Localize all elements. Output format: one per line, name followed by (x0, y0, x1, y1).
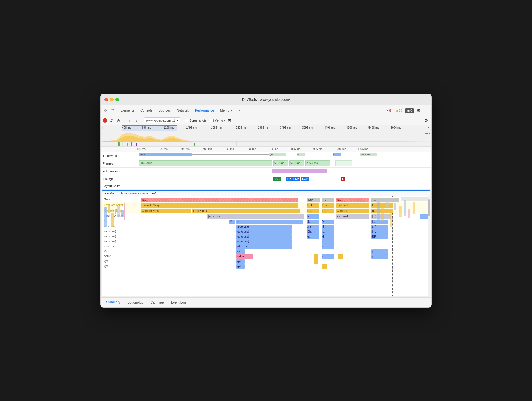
device-icon[interactable]: ⬚ (109, 108, 115, 113)
scrollbar[interactable] (428, 196, 430, 296)
tab-call-tree[interactable]: Call Tree (147, 299, 167, 306)
upload-button[interactable]: ↑ (126, 117, 132, 123)
tab-performance[interactable]: Performance (192, 107, 217, 114)
flame-header: ▾ ▾ Main — https://www.youtube.com/ (102, 191, 430, 196)
animations-label[interactable]: ▶ Animations (101, 168, 136, 175)
fc-v-3: $... (307, 220, 319, 224)
timings-label-text: Timings (103, 177, 113, 181)
lcp-cursor-2 (319, 175, 319, 183)
tab-bottom-up[interactable]: Bottom-Up (124, 299, 146, 306)
close-button[interactable] (104, 98, 108, 101)
timings-label: Timings (101, 175, 136, 183)
animation-bar (272, 169, 327, 173)
svg-rect-6 (136, 143, 137, 146)
animations-expand-icon: ▶ (103, 170, 105, 173)
svg-rect-3 (123, 142, 123, 146)
download-button[interactable]: ↓ (133, 117, 139, 123)
layout-shifts-label-text: Layout Shifts (103, 184, 120, 188)
timeline-header-2: 196 ms 296 ms 396 ms 496 ms 596 ms 696 m… (101, 147, 431, 152)
fc-ano2-2: e... (307, 234, 319, 239)
time-label-1196: 1196 ms (164, 126, 174, 129)
devtools-window: DevTools - www.youtube.com/ ⊹ ⬚ Elements… (100, 94, 432, 308)
network-bar-2: gui... (269, 153, 286, 156)
row-label-task: Task (102, 197, 138, 202)
time-label-2996: 2996 ms (258, 126, 268, 129)
warning-icon: ⚠ (396, 109, 398, 112)
tab-more[interactable]: » (235, 107, 243, 114)
flame-content[interactable]: Task Task Task T... Task T... Evaluate S… (102, 196, 430, 296)
time-label-2496: 2496 ms (236, 126, 246, 129)
toolbar-divider-2 (142, 118, 142, 123)
settings-icon-button[interactable]: ⚙ (423, 117, 429, 123)
t2-label-696: 696 ms (247, 147, 256, 151)
toolbar-divider-1 (124, 118, 124, 123)
fc-val-1: value (236, 254, 253, 259)
title-bar: DevTools - www.youtube.com/ (101, 94, 431, 105)
svg-rect-5 (131, 142, 132, 146)
record-button[interactable] (103, 118, 107, 123)
error-badge: ✕ 8 (385, 108, 392, 113)
fc-v-2: v (236, 220, 303, 224)
fc-task-4: Task (336, 198, 369, 202)
memory-checkbox-label[interactable]: Memory (210, 119, 226, 122)
window-title: DevTools - www.youtube.com/ (242, 97, 290, 102)
fc-ano3-2: f... (322, 239, 334, 244)
cpu-label: CPU (425, 126, 430, 129)
tab-memory[interactable]: Memory (217, 107, 235, 114)
time-label-5496: 5496 ms (368, 126, 379, 129)
memory-icon-button[interactable]: ⊟ (227, 117, 233, 123)
frame-bar-1: 450.0 ms (139, 160, 272, 166)
ls-cursor-2 (319, 183, 319, 189)
flame-expand-icon: ▾ (104, 192, 106, 195)
fc-comp-2: (anonymous) (192, 209, 300, 213)
timings-track: Timings DCL FP FCP LCP L (101, 175, 431, 183)
time-label-996: 996 ms (142, 126, 151, 129)
fc-comp-1: Compile Script (141, 209, 191, 213)
network-label[interactable]: ▶ Network (101, 152, 136, 160)
url-selector[interactable]: www.youtube.com #1 ▼ (144, 117, 180, 123)
tab-console[interactable]: Console (138, 107, 155, 114)
tab-elements[interactable]: Elements (118, 107, 137, 114)
tab-network[interactable]: Network (174, 107, 192, 114)
fc-ano3-1: (ano...us) (236, 239, 292, 244)
fc-ano2-1: (ano...us) (236, 234, 292, 239)
tab-event-log[interactable]: Event Log (168, 299, 189, 306)
scrollbar-thumb[interactable] (428, 199, 430, 216)
fc-ade-3: S (322, 225, 334, 229)
error-icon: ✕ (386, 109, 389, 112)
inspect-icon[interactable]: ⊹ (103, 108, 108, 113)
time-label-496: 496 ms (122, 126, 131, 129)
clear-button[interactable]: ⊘ (115, 117, 122, 123)
screenshots-checkbox-label[interactable]: Screenshots (185, 119, 206, 122)
settings-button[interactable]: ⚙ (415, 107, 422, 114)
fc-task-1: Task (141, 198, 298, 202)
reload-profile-button[interactable]: ↺ (108, 117, 114, 123)
fc-v-1: V (229, 220, 235, 224)
memory-checkbox[interactable] (210, 119, 214, 122)
maximize-button[interactable] (115, 98, 119, 101)
fc-comp-4: F...l (322, 209, 334, 213)
svg-rect-4 (127, 143, 128, 146)
tab-summary[interactable]: Summary (103, 299, 123, 306)
network-bar-3: v... (297, 153, 305, 156)
fc-eval-4: Eval...ript (336, 203, 369, 208)
network-label-text: Network (106, 154, 117, 157)
tab-sources[interactable]: Sources (156, 107, 173, 114)
warning-count: 30 (399, 109, 402, 112)
error-count: 8 (389, 109, 391, 112)
svg-rect-8 (236, 142, 236, 146)
fc-cy-1: cy (236, 249, 245, 254)
t2-label-1196: 1196 ms (357, 147, 368, 151)
fc-prof-2: R... (307, 214, 319, 219)
t2-label-296: 296 ms (159, 147, 168, 151)
frames-content: 450.0 ms 66.7 ms 66.7 ms 216.7 ms (136, 160, 431, 167)
frame-bar-5 (335, 160, 352, 166)
minimize-button[interactable] (110, 98, 114, 101)
fc-get2-yellow (322, 264, 327, 269)
time-label-4496: 4496 ms (324, 126, 335, 129)
svg-rect-7 (194, 143, 195, 146)
network-bar-1: identifi... (139, 153, 192, 156)
t2-label-1096: 1096 ms (335, 147, 346, 151)
more-options-button[interactable]: ⋮ (423, 107, 429, 114)
screenshots-checkbox[interactable] (185, 119, 188, 122)
